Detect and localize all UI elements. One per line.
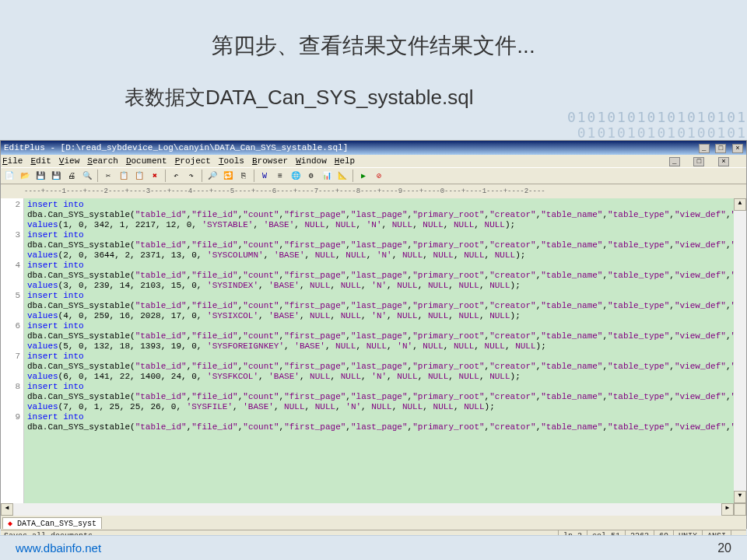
menu-file[interactable]: File [2,156,23,166]
slide-title: 第四步、查看结果文件结果文件... [0,0,747,84]
saveall-icon[interactable]: 💾 [49,169,63,183]
window-controls: _ □ × [698,143,743,153]
binary-deco2: 01010101010100101 [0,124,747,141]
doc-maximize-button[interactable]: □ [693,157,704,166]
doc-minimize-button[interactable]: _ [669,157,680,166]
tab-strip: ◆ DATA_Can_SYS_syst [1,516,746,530]
scroll-right-icon[interactable]: ▶ [721,503,734,516]
menubar: File Edit View Search Document Project T… [1,155,746,167]
find-icon[interactable]: 🔎 [205,169,219,183]
minimize-button[interactable]: _ [699,144,710,153]
footer-url[interactable]: www.dbainfo.net [16,541,101,555]
toolbar: 📄 📂 💾 💾 🖨 🔍 ✂ 📋 📋 ✖ ↶ ↷ 🔎 🔁 ⎘ W ≡ 🌐 ⚙ 📊 … [1,167,746,184]
scrollbar-vertical[interactable]: ▲ ▼ [734,198,746,503]
scrollbar-horizontal[interactable]: ◀ ▶ [1,503,746,516]
run-icon[interactable]: ▶ [356,169,370,183]
preview-icon[interactable]: 🔍 [80,169,94,183]
new-icon[interactable]: 📄 [2,169,16,183]
maximize-button[interactable]: □ [715,144,726,153]
delete-icon[interactable]: ✖ [148,169,162,183]
undo-icon[interactable]: ↶ [169,169,183,183]
replace-icon[interactable]: 🔁 [221,169,235,183]
menu-browser[interactable]: Browser [252,156,288,166]
open-icon[interactable]: 📂 [18,169,32,183]
browser-icon[interactable]: 🌐 [289,169,303,183]
close-button[interactable]: × [732,144,743,153]
tool2-icon[interactable]: 📊 [320,169,334,183]
scroll-down-icon[interactable]: ▼ [734,491,746,503]
menu-search[interactable]: Search [87,156,118,166]
menu-window[interactable]: Window [296,156,327,166]
goto-icon[interactable]: ⎘ [237,169,251,183]
editor-window: EditPlus - [D:\read_sybdevice_Log\canyin… [0,140,747,529]
redo-icon[interactable]: ↷ [184,169,198,183]
print-icon[interactable]: 🖨 [65,169,79,183]
cut-icon[interactable]: ✂ [101,169,115,183]
tab-file[interactable]: ◆ DATA_Can_SYS_syst [2,517,102,529]
line-gutter: 23456789 [1,198,24,503]
paste-icon[interactable]: 📋 [132,169,146,183]
menu-view[interactable]: View [59,156,79,166]
bold-icon[interactable]: ≡ [273,169,287,183]
menu-help[interactable]: Help [335,156,355,166]
menu-document[interactable]: Document [126,156,167,166]
page-number: 20 [717,541,731,555]
code-area[interactable]: insert intodba.Can_SYS_systable("table_i… [24,198,734,503]
save-icon[interactable]: 💾 [33,169,47,183]
ruler: ----+----1----+----2----+----3----+----4… [1,184,746,198]
tool3-icon[interactable]: 📐 [335,169,349,183]
menu-tools[interactable]: Tools [219,156,244,166]
menu-edit[interactable]: Edit [30,156,51,166]
titlebar[interactable]: EditPlus - [D:\read_sybdevice_Log\canyin… [1,141,746,155]
editor-body: 23456789 insert intodba.Can_SYS_systable… [1,198,746,503]
slide-footer: www.dbainfo.net 20 [0,535,747,560]
wordwrap-icon[interactable]: W [258,169,272,183]
slide-subtitle: 表数据文DATA_Can_SYS_systable.sql [0,84,747,111]
window-title: EditPlus - [D:\read_sybdevice_Log\canyin… [4,143,348,152]
scroll-left-icon[interactable]: ◀ [1,503,13,516]
tool-icon[interactable]: ⚙ [304,169,318,183]
menu-project[interactable]: Project [175,156,211,166]
scroll-up-icon[interactable]: ▲ [734,198,746,211]
doc-close-button[interactable]: × [718,157,729,166]
copy-icon[interactable]: 📋 [117,169,131,183]
binary-deco: 010101010101010101 [0,109,747,125]
stop-icon[interactable]: ⊘ [372,169,386,183]
